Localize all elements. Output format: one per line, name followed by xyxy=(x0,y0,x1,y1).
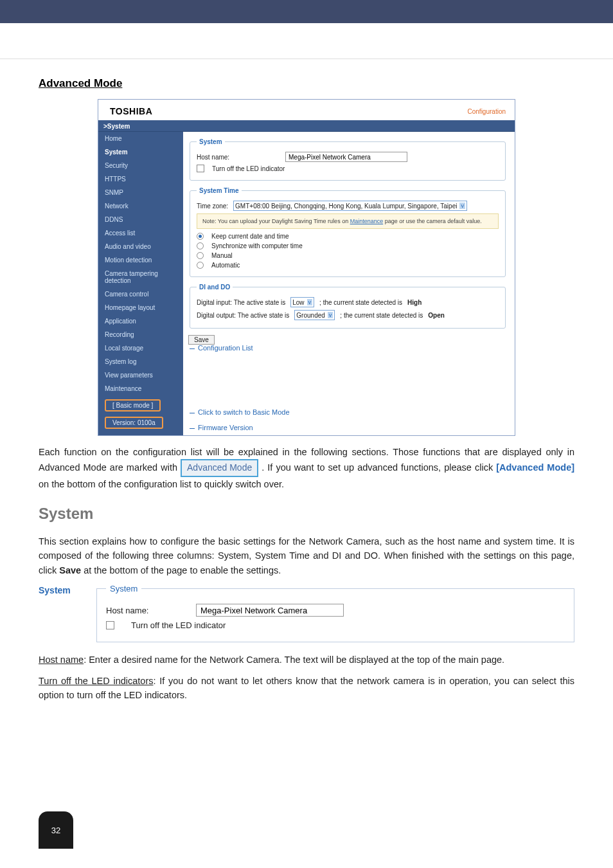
doc-led-label: Turn off the LED indicator xyxy=(131,620,226,630)
para1-text-c: on the bottom of the configuration list … xyxy=(39,479,284,489)
radio-keep-label: Keep current date and time xyxy=(211,233,289,240)
brand-logo: TOSHIBA xyxy=(110,106,152,116)
doc-led-checkbox[interactable] xyxy=(106,621,114,629)
paragraph-hostname: Host name: Enter a desired name for the … xyxy=(39,653,574,667)
system-heading: System xyxy=(39,505,574,523)
sidebar-item-ddns[interactable]: DDNS xyxy=(98,213,183,226)
config-screenshot: TOSHIBA Configuration >System Home Syste… xyxy=(98,99,515,436)
led-checkbox-label: Turn off the LED indicator xyxy=(212,165,285,172)
save-button[interactable]: Save xyxy=(188,335,215,345)
note-text-before: Note: You can upload your Daylight Savin… xyxy=(202,218,350,224)
do-state-select[interactable]: Groundedv xyxy=(294,310,335,320)
top-bar xyxy=(0,0,613,23)
timezone-label: Time zone: xyxy=(197,203,228,210)
sidebar-item-snmp[interactable]: SNMP xyxy=(98,186,183,199)
basic-mode-button[interactable]: [ Basic mode ] xyxy=(105,399,161,411)
sidebar-item-application[interactable]: Application xyxy=(98,314,183,328)
di-text-before: Digital input: The active state is xyxy=(197,299,285,306)
page-number-badge: 32 xyxy=(39,811,73,849)
advanced-mode-heading: Advanced Mode xyxy=(39,77,574,90)
note-text-after: page or use the camera default value. xyxy=(383,218,482,224)
paragraph-overview: Each function on the configuration list … xyxy=(39,445,574,492)
sidebar-item-system-log[interactable]: System log xyxy=(98,355,183,368)
config-sidebar: Home System Security HTTPS SNMP Network … xyxy=(98,132,183,435)
chevron-down-icon: v xyxy=(459,203,465,209)
sidebar-item-motion-detection[interactable]: Motion detection xyxy=(98,253,183,267)
di-detected-state: High xyxy=(407,299,422,306)
dst-note: Note: You can upload your Daylight Savin… xyxy=(197,213,499,229)
do-select-value: Grounded xyxy=(296,312,324,319)
di-state-select[interactable]: Lowv xyxy=(290,297,314,307)
do-text-after: ; the current state detected is xyxy=(340,312,423,319)
page-content: Advanced Mode TOSHIBA Configuration >Sys… xyxy=(0,59,613,702)
callout-firmware-version: Firmware Version xyxy=(190,424,253,431)
system-legend: System xyxy=(197,138,225,145)
doc-hostname-label: Host name: xyxy=(106,606,183,615)
sidebar-item-local-storage[interactable]: Local storage xyxy=(98,341,183,355)
sidebar-item-maintenance[interactable]: Maintenance xyxy=(98,382,183,395)
timezone-value: GMT+08:00 Beijing, Chongqing, Hong Kong,… xyxy=(235,203,457,210)
callout-basic-mode: Click to switch to Basic Mode xyxy=(190,408,290,416)
callout-conf-list-text: Configuration List xyxy=(198,344,253,352)
configuration-link[interactable]: Configuration xyxy=(468,108,506,115)
led-term: Turn off the LED indicators xyxy=(39,676,154,686)
sidebar-item-recording[interactable]: Recording xyxy=(98,328,183,341)
sidebar-item-https[interactable]: HTTPS xyxy=(98,172,183,186)
paragraph-led: Turn off the LED indicators: If you do n… xyxy=(39,674,574,703)
doc-hostname-input[interactable] xyxy=(196,604,344,617)
di-select-value: Low xyxy=(292,299,304,306)
radio-sync-computer[interactable] xyxy=(197,242,204,249)
radio-keep-current[interactable] xyxy=(197,233,204,240)
callout-basic-text: Click to switch to Basic Mode xyxy=(198,408,289,416)
header-gap xyxy=(0,23,613,59)
paragraph-system-intro: This section explains how to configure t… xyxy=(39,534,574,577)
radio-manual[interactable] xyxy=(197,252,204,259)
radio-automatic[interactable] xyxy=(197,262,204,269)
hostname-desc: : Enter a desired name for the Network C… xyxy=(84,655,504,665)
doc-system-legend: System xyxy=(106,584,141,593)
sidebar-item-homepage-layout[interactable]: Homepage layout xyxy=(98,301,183,314)
breadcrumb: >System xyxy=(98,120,515,132)
advanced-mode-link: [Advanced Mode] xyxy=(496,462,574,473)
hostname-term: Host name xyxy=(39,655,84,665)
system-time-legend: System Time xyxy=(197,187,242,194)
radio-sync-label: Synchronize with computer time xyxy=(211,242,303,249)
di-text-after: ; the current state detected is xyxy=(319,299,402,306)
radio-auto-label: Automatic xyxy=(211,262,240,269)
sidebar-item-view-parameters[interactable]: View parameters xyxy=(98,368,183,382)
led-checkbox[interactable] xyxy=(197,165,204,172)
do-text-before: Digital output: The active state is xyxy=(197,312,289,319)
sidebar-item-audio-video[interactable]: Audio and video xyxy=(98,240,183,253)
sidebar-item-security[interactable]: Security xyxy=(98,159,183,172)
para1-text-b: . If you want to set up advanced functio… xyxy=(262,462,496,473)
hostname-input[interactable] xyxy=(285,152,407,162)
sidebar-item-access-list[interactable]: Access list xyxy=(98,226,183,240)
chevron-down-icon: v xyxy=(307,299,313,305)
sidebar-item-home[interactable]: Home xyxy=(98,132,183,145)
system-time-fieldset: System Time Time zone: GMT+08:00 Beijing… xyxy=(190,187,506,277)
firmware-version-badge: Version: 0100a xyxy=(105,417,163,429)
do-detected-state: Open xyxy=(428,312,445,319)
sidebar-item-camera-control[interactable]: Camera control xyxy=(98,287,183,301)
advanced-mode-chip: Advanced Mode xyxy=(181,459,258,477)
hostname-label: Host name: xyxy=(197,154,280,161)
di-do-legend: DI and DO xyxy=(197,284,233,291)
callout-configuration-list: Configuration List xyxy=(190,344,253,352)
sidebar-item-network[interactable]: Network xyxy=(98,199,183,213)
chevron-down-icon: v xyxy=(328,312,333,318)
sidebar-item-camera-tampering[interactable]: Camera tampering detection xyxy=(98,267,183,287)
page-number: 32 xyxy=(51,826,60,835)
system-fieldset: System Host name: Turn off the LED indic… xyxy=(190,138,506,181)
system-subheading: System xyxy=(39,584,84,595)
maintenance-link[interactable]: Maintenance xyxy=(350,218,384,224)
save-bold: Save xyxy=(59,565,81,575)
di-do-fieldset: DI and DO Digital input: The active stat… xyxy=(190,284,506,329)
timezone-select[interactable]: GMT+08:00 Beijing, Chongqing, Hong Kong,… xyxy=(233,201,467,211)
callout-fw-text: Firmware Version xyxy=(198,424,253,431)
sidebar-item-system[interactable]: System xyxy=(98,145,183,159)
radio-manual-label: Manual xyxy=(211,252,233,259)
config-main-panel: System Host name: Turn off the LED indic… xyxy=(183,132,515,435)
doc-system-fieldset: System Host name: Turn off the LED indic… xyxy=(96,584,574,642)
